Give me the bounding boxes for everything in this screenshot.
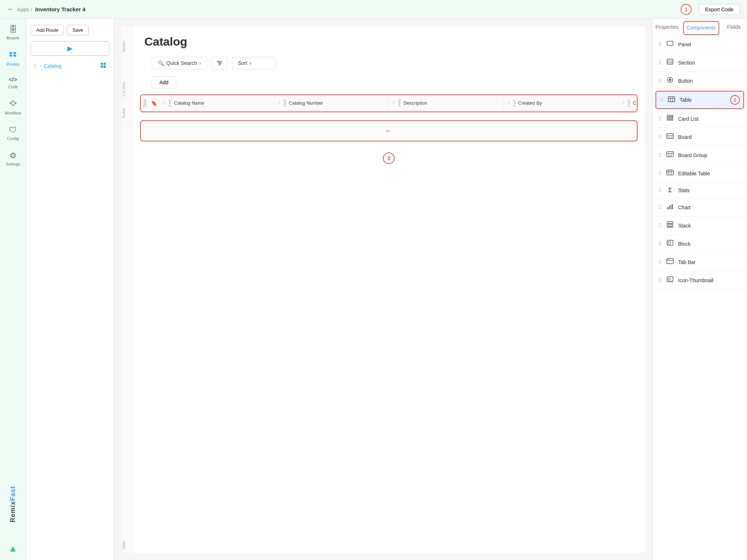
board-group-icon [666, 151, 674, 160]
table-col-created-by: ⠿ Field Created By [504, 95, 619, 111]
svg-rect-6 [101, 63, 103, 65]
settings-icon: ⚙ [9, 151, 17, 160]
add-route-button[interactable]: Add Route [31, 25, 64, 35]
board-icon [666, 132, 674, 141]
col-text-4: Created By [518, 100, 542, 106]
sort-button[interactable]: Sort › [232, 57, 276, 69]
component-drag-tab-bar: ⠿ [658, 259, 662, 265]
svg-rect-31 [667, 136, 670, 138]
icon-thumbnail-label: Icon-Thumbnail [678, 277, 713, 283]
svg-rect-51 [667, 258, 670, 260]
board-group-label: Board Group [678, 152, 707, 158]
component-section[interactable]: ⠿ Section [653, 54, 747, 72]
component-board-group[interactable]: ⠿ Board Group [653, 146, 747, 164]
svg-point-21 [669, 79, 671, 81]
field-label-vert-2: Field [282, 99, 287, 108]
sort-label: Sort [238, 60, 248, 66]
svg-rect-46 [667, 224, 673, 226]
upload-button[interactable]: ▲ [8, 543, 18, 554]
apps-breadcrumb[interactable]: Apps / [17, 6, 32, 12]
filter-button[interactable] [212, 57, 228, 70]
editable-table-icon [666, 169, 674, 178]
component-card-list[interactable]: ⠿ Card List [653, 110, 747, 128]
icon-thumbnail-icon [666, 276, 674, 285]
col-text-3: Description [403, 100, 427, 106]
svg-rect-49 [668, 241, 670, 244]
svg-rect-17 [667, 59, 673, 64]
arrow-container: ← [140, 120, 638, 141]
component-drag-block: ⠿ [658, 241, 662, 247]
quick-search-button[interactable]: 🔍 Quick Search › [152, 57, 207, 69]
component-drag-panel: ⠿ [658, 42, 662, 47]
remixfast-logo: RemixFast [9, 486, 17, 528]
stack-label: Stack [678, 223, 691, 229]
svg-rect-8 [101, 66, 103, 68]
add-button[interactable]: Add [152, 76, 176, 89]
section-label: Section [678, 60, 695, 66]
col-drag-icon-3: ⠿ [392, 101, 395, 106]
route-chevron-icon: › [40, 63, 42, 69]
chart-label: Chart [678, 205, 690, 210]
svg-rect-1 [13, 52, 16, 54]
component-board[interactable]: ⠿ Board [653, 128, 747, 146]
editable-table-label: Editable Table [678, 171, 710, 176]
svg-rect-44 [671, 204, 673, 209]
sidebar-item-settings[interactable]: ⚙ Settings [6, 151, 20, 166]
component-stack[interactable]: ⠿ Stack [653, 217, 747, 235]
filter-icon [216, 60, 223, 66]
drag-handle-icon: ⠿ [34, 63, 37, 69]
svg-rect-2 [9, 55, 12, 57]
main-layout: 🗄 Models Routes </> Code [0, 19, 747, 560]
tab-fields[interactable]: Fields [721, 19, 747, 35]
export-code-button[interactable]: Export Code [699, 4, 740, 15]
col-drag-icon-5: ⠿ [622, 101, 625, 106]
component-drag-button: ⠿ [658, 78, 662, 84]
component-drag-table: ⠿ [660, 97, 663, 103]
search-chevron-icon: › [199, 60, 201, 66]
sidebar-label-settings: Settings [6, 162, 20, 166]
panel-icon [666, 40, 674, 49]
table-col-catalog-name: ⠿ Field Catalog Name [160, 95, 275, 111]
sidebar-item-routes[interactable]: Routes [7, 50, 19, 66]
component-stats[interactable]: ⠿ Σ Stats [653, 183, 747, 198]
route-grid-icon [100, 62, 106, 70]
sidebar-label-models: Models [7, 36, 19, 40]
component-table[interactable]: ⠿ Table 2 [655, 91, 744, 109]
sidebar-item-models[interactable]: 🗄 Models [7, 25, 19, 40]
block-label: Block [678, 241, 690, 247]
svg-rect-9 [104, 66, 106, 68]
tab-properties[interactable]: Properties [653, 19, 682, 35]
component-block[interactable]: ⠿ Block [653, 235, 747, 253]
quick-search-label: Quick Search [166, 60, 197, 66]
sidebar-item-workflow[interactable]: Workflow [5, 99, 21, 115]
save-button[interactable]: Save [67, 25, 89, 35]
svg-rect-27 [667, 117, 673, 119]
right-panel-tabs: Properties Components Fields [653, 19, 747, 35]
table-col-catalog-number: ⠿ Field Catalog Number [275, 95, 390, 111]
component-tab-bar[interactable]: ⠿ Tab Bar [653, 253, 747, 271]
back-button[interactable]: ← [7, 5, 14, 13]
sidebar-label-workflow: Workflow [5, 111, 21, 115]
play-button[interactable]: ▶ [31, 41, 109, 56]
tab-components[interactable]: Components [683, 21, 719, 35]
step2-badge: 2 [730, 95, 740, 105]
app-name: Inventory Tracker 4 [35, 6, 86, 12]
search-icon: 🔍 [158, 60, 164, 66]
catalog-route-item[interactable]: ⠿ › Catalog [31, 60, 109, 72]
field-label-vert-3: Field [397, 99, 402, 108]
left-sidebar: 🗄 Models Routes </> Code [0, 19, 26, 560]
table-label: Table [121, 121, 132, 553]
svg-point-4 [10, 102, 11, 104]
component-panel[interactable]: ⠿ Panel [653, 35, 747, 54]
component-icon-thumbnail[interactable]: ⠿ Icon-Thumbnail [653, 271, 747, 289]
sidebar-item-config[interactable]: 🛡 Config [7, 125, 19, 141]
component-button[interactable]: ⠿ Button [653, 72, 747, 90]
card-list-label: Card List [678, 116, 698, 122]
code-icon: </> [9, 77, 17, 83]
component-chart[interactable]: ⠿ Chart [653, 198, 747, 217]
component-editable-table[interactable]: ⠿ Editable Table [653, 164, 747, 183]
svg-rect-47 [667, 227, 673, 228]
components-list: ⠿ Panel ⠿ Section ⠿ Button [653, 35, 747, 560]
sidebar-item-code[interactable]: </> Code [8, 77, 18, 89]
component-drag-card-list: ⠿ [658, 116, 662, 122]
